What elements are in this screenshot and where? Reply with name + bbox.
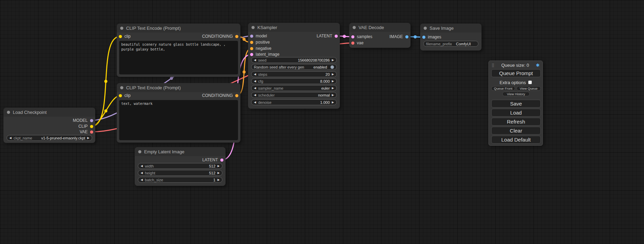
- output-slot-latent[interactable]: LATENT: [317, 34, 338, 38]
- decrement-arrow-icon[interactable]: ◀: [254, 59, 256, 62]
- settings-gear-icon[interactable]: ✱: [536, 63, 540, 68]
- increment-arrow-icon[interactable]: ▶: [218, 165, 220, 168]
- queue-prompt-button[interactable]: Queue Prompt: [491, 69, 541, 77]
- load-button[interactable]: Load: [491, 109, 541, 117]
- decrement-arrow-icon[interactable]: ◀: [254, 73, 256, 76]
- decrement-arrow-icon[interactable]: ◀: [254, 101, 256, 104]
- decrement-arrow-icon[interactable]: ◀: [254, 94, 256, 97]
- ckpt-name-widget[interactable]: ◀ ckpt_name v1-5-pruned-emaonly.ckpt ▶: [7, 135, 92, 141]
- cfg-widget[interactable]: ◀ cfg 8.000 ▶: [251, 78, 337, 84]
- clear-button[interactable]: Clear: [491, 127, 541, 135]
- width-widget[interactable]: ◀ width 512 ▶: [138, 163, 222, 169]
- sampler-name-widget[interactable]: ◀ sampler_name euler ▶: [251, 85, 337, 91]
- output-slot-model[interactable]: MODEL: [73, 118, 93, 123]
- output-slot-clip[interactable]: CLIP: [78, 124, 93, 129]
- node-vae-decode[interactable]: VAE Decode samples vae IMAGE: [349, 23, 411, 48]
- collapse-dot-icon[interactable]: [138, 150, 141, 153]
- increment-arrow-icon[interactable]: ▶: [332, 87, 334, 90]
- clip-output-dot[interactable]: [90, 125, 93, 128]
- queue-front-button[interactable]: Queue Front: [491, 86, 515, 91]
- model-output-dot[interactable]: [90, 119, 93, 122]
- decrement-arrow-icon[interactable]: ◀: [141, 165, 143, 168]
- node-empty-latent-image[interactable]: Empty Latent Image LATENT ◀ width 512 ▶ …: [135, 147, 226, 186]
- toggle-knob[interactable]: [330, 65, 334, 69]
- conditioning-output-dot[interactable]: [235, 35, 238, 38]
- input-slot-negative[interactable]: negative: [250, 46, 271, 51]
- collapse-dot-icon[interactable]: [353, 26, 356, 29]
- positive-input-dot[interactable]: [250, 41, 253, 44]
- refresh-button[interactable]: Refresh: [491, 118, 541, 126]
- input-slot-latent-image[interactable]: latent_image: [250, 52, 280, 57]
- negative-input-dot[interactable]: [250, 47, 253, 50]
- positive-prompt-textarea[interactable]: beautiful scenery nature glass bottle la…: [119, 41, 238, 74]
- node-ksampler[interactable]: KSampler model positive negative latent_…: [248, 23, 340, 109]
- samples-input-dot[interactable]: [351, 35, 354, 38]
- input-slot-positive[interactable]: positive: [250, 40, 270, 45]
- latent-output-dot[interactable]: [220, 159, 223, 162]
- input-slot-images[interactable]: images: [422, 35, 441, 39]
- collapse-dot-icon[interactable]: [252, 26, 255, 29]
- view-history-button[interactable]: View History: [502, 92, 530, 96]
- seed-widget[interactable]: ◀ seed 156680208700286 ▶: [251, 57, 337, 63]
- vae-input-dot[interactable]: [351, 42, 354, 45]
- conditioning-output-dot[interactable]: [235, 94, 238, 97]
- node-title-bar: Empty Latent Image: [135, 147, 226, 156]
- input-slot-model[interactable]: model: [250, 34, 267, 38]
- steps-widget[interactable]: ◀ steps 20 ▶: [251, 71, 337, 77]
- collapse-dot-icon[interactable]: [424, 27, 427, 30]
- image-output-dot[interactable]: [405, 35, 408, 38]
- output-slot-latent[interactable]: LATENT: [202, 157, 223, 162]
- latent-input-dot[interactable]: [250, 53, 253, 56]
- decrement-arrow-icon[interactable]: ◀: [254, 80, 256, 83]
- collapse-dot-icon[interactable]: [7, 111, 10, 114]
- increment-arrow-icon[interactable]: ▶: [218, 179, 220, 181]
- save-button[interactable]: Save: [491, 100, 541, 108]
- load-default-button[interactable]: Load Default: [491, 136, 541, 144]
- input-slot-clip[interactable]: clip: [119, 93, 131, 98]
- widget-value: 156680208700286: [298, 58, 330, 62]
- extra-options-checkbox[interactable]: [528, 81, 532, 84]
- increment-arrow-icon[interactable]: ▶: [218, 172, 220, 174]
- height-widget[interactable]: ◀ height 512 ▶: [138, 170, 222, 176]
- clip-input-dot[interactable]: [119, 94, 122, 97]
- output-slot-image[interactable]: IMAGE: [389, 34, 408, 39]
- decrement-arrow-icon[interactable]: ◀: [141, 179, 143, 181]
- output-slot-conditioning[interactable]: CONDITIONING: [202, 34, 238, 39]
- node-clip-text-encode-negative[interactable]: CLIP Text Encode (Prompt) clip CONDITION…: [117, 83, 240, 143]
- negative-prompt-textarea[interactable]: text, watermark: [119, 100, 238, 140]
- images-input-dot[interactable]: [422, 36, 425, 39]
- node-load-checkpoint[interactable]: Load Checkpoint MODEL CLIP VAE ◀ ckpt_na…: [3, 108, 95, 143]
- increment-arrow-icon[interactable]: ▶: [332, 80, 334, 83]
- input-slot-clip[interactable]: clip: [119, 34, 131, 39]
- scheduler-widget[interactable]: ◀ scheduler normal ▶: [251, 92, 337, 98]
- filename-prefix-widget[interactable]: filename_prefix ComfyUI: [423, 41, 478, 47]
- widget-name: seed: [258, 58, 266, 62]
- increment-arrow-icon[interactable]: ▶: [332, 59, 334, 62]
- output-slot-vae[interactable]: VAE: [80, 129, 93, 134]
- increment-arrow-icon[interactable]: ▶: [332, 101, 334, 104]
- widget-value: 512: [209, 164, 215, 168]
- node-save-image[interactable]: Save Image images filename_prefix ComfyU…: [420, 24, 482, 51]
- graph-canvas[interactable]: Load Checkpoint MODEL CLIP VAE ◀ ckpt_na…: [0, 0, 644, 244]
- decrement-arrow-icon[interactable]: ◀: [9, 137, 11, 139]
- collapse-dot-icon[interactable]: [120, 27, 123, 30]
- denoise-widget[interactable]: ◀ denoise 1.000 ▶: [251, 99, 337, 105]
- decrement-arrow-icon[interactable]: ◀: [254, 87, 256, 90]
- increment-arrow-icon[interactable]: ▶: [332, 94, 334, 97]
- model-input-dot[interactable]: [250, 35, 253, 38]
- collapse-dot-icon[interactable]: [120, 86, 123, 89]
- vae-output-dot[interactable]: [90, 130, 93, 134]
- drag-handle-icon[interactable]: ⣿: [492, 63, 494, 67]
- decrement-arrow-icon[interactable]: ◀: [141, 172, 143, 174]
- increment-arrow-icon[interactable]: ▶: [332, 73, 334, 76]
- latent-output-dot[interactable]: [335, 35, 338, 38]
- input-slot-samples[interactable]: samples: [351, 34, 372, 39]
- output-slot-conditioning[interactable]: CONDITIONING: [202, 93, 238, 98]
- increment-arrow-icon[interactable]: ▶: [87, 137, 89, 139]
- clip-input-dot[interactable]: [119, 35, 122, 38]
- node-clip-text-encode-positive[interactable]: CLIP Text Encode (Prompt) clip CONDITION…: [117, 24, 240, 77]
- random-seed-toggle[interactable]: Random seed after every gen enabled: [251, 64, 337, 70]
- batch-size-widget[interactable]: ◀ batch_size 1 ▶: [138, 177, 222, 183]
- view-queue-button[interactable]: View Queue: [517, 86, 541, 91]
- input-slot-vae[interactable]: vae: [351, 40, 363, 45]
